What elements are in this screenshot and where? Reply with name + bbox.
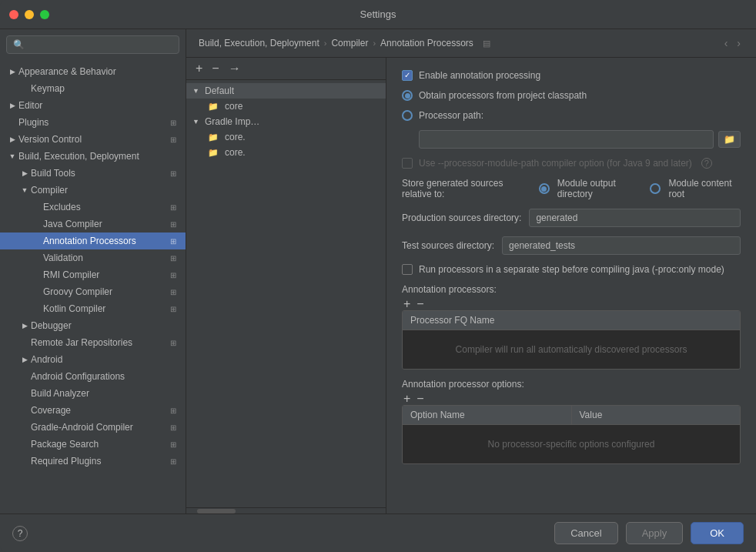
sidebar-item-label: RMI Compiler xyxy=(43,269,166,280)
sidebar-item-build-tools[interactable]: ▶ Build Tools ⊞ xyxy=(0,165,186,182)
minimize-button[interactable] xyxy=(25,10,34,19)
production-sources-input[interactable] xyxy=(529,209,741,227)
apply-button[interactable]: Apply xyxy=(626,522,684,544)
nav-forward-button[interactable]: › xyxy=(734,35,744,51)
module-item-core-main[interactable]: 📁 core. xyxy=(186,129,386,145)
sidebar-item-build-analyzer[interactable]: Build Analyzer xyxy=(0,385,186,402)
sidebar-item-label: Compiler xyxy=(31,185,179,196)
arrow-spacer xyxy=(31,201,43,213)
option-name-header: Option Name xyxy=(403,406,572,424)
module-item-gradle-impl[interactable]: ▼ Gradle Imp… xyxy=(186,114,386,129)
sidebar-item-gradle-android[interactable]: Gradle-Android Compiler ⊞ xyxy=(0,419,186,436)
sidebar-item-build-execution[interactable]: ▼ Build, Execution, Deployment xyxy=(0,148,186,165)
module-item-core-test[interactable]: 📁 core. xyxy=(186,145,386,160)
sidebar-item-label: Build, Execution, Deployment xyxy=(18,151,179,162)
enable-annotation-row: Enable annotation processing xyxy=(402,70,741,81)
sidebar-item-version-control[interactable]: ▶ Version Control ⊞ xyxy=(0,131,186,148)
sidebar-item-android-configurations[interactable]: Android Configurations xyxy=(0,368,186,385)
nav-back-button[interactable]: ‹ xyxy=(721,35,731,51)
sidebar-item-rmi-compiler[interactable]: RMI Compiler ⊞ xyxy=(0,266,186,283)
close-button[interactable] xyxy=(9,10,18,19)
sidebar-item-label: Editor xyxy=(18,100,179,111)
main-panel: Build, Execution, Deployment › Compiler … xyxy=(186,29,756,514)
settings-icon: ⊞ xyxy=(167,235,179,247)
sidebar-item-label: Android xyxy=(31,354,179,365)
test-sources-row: Test sources directory: xyxy=(402,236,741,255)
navigate-module-button[interactable]: → xyxy=(226,61,244,76)
table-header: Processor FQ Name xyxy=(403,311,740,330)
sidebar-item-excludes[interactable]: Excludes ⊞ xyxy=(0,199,186,216)
sidebar-item-annotation-processors[interactable]: Annotation Processors ⊞ xyxy=(0,233,186,249)
enable-annotation-checkbox[interactable] xyxy=(402,70,413,81)
add-processor-button[interactable]: + xyxy=(402,298,412,310)
module-content-root-radio[interactable] xyxy=(650,183,661,194)
sidebar-item-groovy-compiler[interactable]: Groovy Compiler ⊞ xyxy=(0,283,186,300)
sidebar-item-label: Version Control xyxy=(18,134,166,145)
breadcrumb-options-icon: ▤ xyxy=(483,38,490,49)
processor-options-table: Option Name Value No processor-specific … xyxy=(402,405,741,464)
sidebar-item-label: Android Configurations xyxy=(31,371,179,382)
sidebar-item-label: Plugins xyxy=(18,117,166,128)
remove-option-button[interactable]: − xyxy=(415,393,425,405)
add-option-button[interactable]: + xyxy=(402,393,412,405)
annotation-processors-section: Annotation processors: + − Processor FQ … xyxy=(402,284,741,370)
sidebar-item-remote-jar[interactable]: Remote Jar Repositories ⊞ xyxy=(0,334,186,351)
processor-fq-name-header: Processor FQ Name xyxy=(403,311,740,330)
horizontal-scrollbar[interactable] xyxy=(186,507,386,514)
ok-button[interactable]: OK xyxy=(691,522,744,544)
search-input[interactable] xyxy=(29,39,172,50)
settings-icon: ⊞ xyxy=(167,252,179,264)
remove-processor-button[interactable]: − xyxy=(415,298,425,310)
sidebar-item-kotlin-compiler[interactable]: Kotlin Compiler ⊞ xyxy=(0,300,186,317)
sidebar-item-keymap[interactable]: Keymap xyxy=(0,80,186,97)
module-item-label: core. xyxy=(225,132,246,142)
add-module-button[interactable]: + xyxy=(192,61,206,76)
obtain-processors-row: Obtain processors from project classpath xyxy=(402,90,741,101)
module-content-root-label: Module content root xyxy=(668,178,741,199)
store-generated-label: Store generated sources relative to: xyxy=(402,178,531,199)
processor-path-radio[interactable] xyxy=(402,110,413,121)
sidebar: 🔍 ▶ Appearance & Behavior Keymap xyxy=(0,29,186,514)
test-sources-input[interactable] xyxy=(502,236,741,255)
search-box[interactable]: 🔍 xyxy=(6,35,179,54)
sidebar-item-validation[interactable]: Validation ⊞ xyxy=(0,249,186,266)
arrow-spacer xyxy=(31,235,43,247)
sidebar-item-debugger[interactable]: ▶ Debugger xyxy=(0,317,186,334)
breadcrumb-item-1: Build, Execution, Deployment xyxy=(199,38,319,49)
obtain-processors-radio[interactable] xyxy=(402,90,413,101)
module-tree-panel: + − → ▼ Default 📁 xyxy=(186,58,386,514)
processor-path-input[interactable] xyxy=(419,130,714,149)
breadcrumb-item-2: Compiler xyxy=(331,38,368,49)
settings-icon: ⊞ xyxy=(167,201,179,213)
sidebar-item-coverage[interactable]: Coverage ⊞ xyxy=(0,402,186,419)
use-module-path-checkbox[interactable] xyxy=(402,158,413,169)
sidebar-item-label: Java Compiler xyxy=(43,219,166,229)
annotation-processors-btns: + − xyxy=(402,298,741,310)
help-button[interactable]: ? xyxy=(12,526,28,541)
cancel-button[interactable]: Cancel xyxy=(554,522,617,544)
arrow-spacer xyxy=(31,252,43,264)
sidebar-item-package-search[interactable]: Package Search ⊞ xyxy=(0,436,186,453)
processor-options-empty-text: No processor-specific options configured xyxy=(488,439,655,450)
bottom-bar: ? Cancel Apply OK xyxy=(0,514,756,552)
sidebar-item-required-plugins[interactable]: Required Plugins ⊞ xyxy=(0,453,186,470)
settings-icon: ⊞ xyxy=(167,404,179,417)
sidebar-item-java-compiler[interactable]: Java Compiler ⊞ xyxy=(0,216,186,233)
module-item-default[interactable]: ▼ Default xyxy=(186,83,386,99)
sidebar-item-compiler[interactable]: ▼ Compiler xyxy=(0,182,186,199)
run-processors-row: Run processors in a separate step before… xyxy=(402,264,741,275)
sidebar-item-android[interactable]: ▶ Android xyxy=(0,351,186,368)
arrow-spacer xyxy=(31,286,43,298)
production-sources-label: Production sources directory: xyxy=(402,212,521,223)
module-item-core[interactable]: 📁 core xyxy=(186,99,386,114)
sidebar-item-editor[interactable]: ▶ Editor xyxy=(0,97,186,114)
sidebar-item-plugins[interactable]: Plugins ⊞ xyxy=(0,114,186,131)
maximize-button[interactable] xyxy=(40,10,49,19)
remove-module-button[interactable]: − xyxy=(209,61,222,76)
module-output-radio[interactable] xyxy=(539,183,550,194)
use-module-path-label: Use --processor-module-path compiler opt… xyxy=(419,158,692,169)
run-processors-checkbox[interactable] xyxy=(402,264,413,275)
sidebar-item-appearance-behavior[interactable]: ▶ Appearance & Behavior xyxy=(0,63,186,80)
path-input-row: 📁 xyxy=(402,130,741,149)
folder-browse-button[interactable]: 📁 xyxy=(718,131,741,148)
